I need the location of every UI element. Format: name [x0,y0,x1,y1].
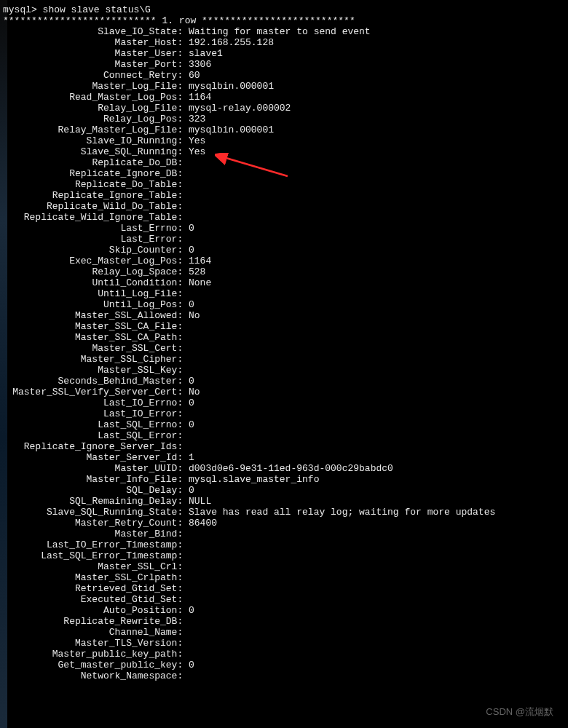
status-row: Relay_Log_File: mysql-relay.000002 [3,103,565,114]
status-value: No [189,310,200,321]
status-row: Until_Condition: None [3,277,565,288]
status-label: Until_Log_File: [3,288,189,299]
status-row: Channel_Name: [3,627,565,638]
status-label: Auto_Position: [3,605,189,616]
status-row: Master_Info_File: mysql.slave_master_inf… [3,474,565,485]
status-value: NULL [189,496,211,507]
status-row: Relay_Log_Space: 528 [3,266,565,277]
status-value: 0 [189,245,194,256]
csdn-watermark: CSDN @流烟默 [486,706,553,717]
status-label: Last_IO_Error: [3,408,189,419]
status-label: Master_SSL_Crl: [3,561,189,572]
status-label: Master_Info_File: [3,474,189,485]
status-value: mysql.slave_master_info [189,474,319,485]
status-label: Master_SSL_Allowed: [3,310,189,321]
status-label: Master_Host: [3,37,189,48]
status-label: SQL_Remaining_Delay: [3,496,189,507]
status-label: Master_Server_Id: [3,452,189,463]
slave-status-output: Slave_IO_State: Waiting for master to se… [3,26,565,681]
status-label: Read_Master_Log_Pos: [3,92,189,103]
status-value: 60 [189,70,200,81]
status-row: Skip_Counter: 0 [3,245,565,256]
status-row: Executed_Gtid_Set: [3,594,565,605]
status-row: Auto_Position: 0 [3,605,565,616]
status-row: Master_SSL_Crl: [3,561,565,572]
status-row: Master_Log_File: mysqlbin.000001 [3,81,565,92]
status-value: mysqlbin.000001 [189,124,274,135]
status-row: Network_Namespace: [3,670,565,681]
status-label: Master_Retry_Count: [3,518,189,529]
status-value: Waiting for master to send event [189,26,371,37]
status-value: 3306 [189,59,211,70]
status-label: Replicate_Wild_Do_Table: [3,201,189,212]
status-row: Relay_Master_Log_File: mysqlbin.000001 [3,124,565,135]
status-label: Last_IO_Errno: [3,397,189,408]
status-label: Exec_Master_Log_Pos: [3,256,189,266]
status-row: Replicate_Ignore_Table: [3,190,565,201]
status-label: Relay_Log_Pos: [3,114,189,124]
status-row: Master_SSL_Verify_Server_Cert: No [3,387,565,397]
status-label: Replicate_Do_DB: [3,157,189,168]
status-value: 1164 [189,256,211,266]
status-label: Master_public_key_path: [3,649,189,660]
status-label: Replicate_Ignore_Server_Ids: [3,441,189,452]
status-row: Master_User: slave1 [3,48,565,59]
status-row: Master_public_key_path: [3,649,565,660]
status-label: Master_TLS_Version: [3,638,189,649]
status-label: Master_User: [3,48,189,59]
status-value: None [189,277,211,288]
status-label: Master_Log_File: [3,81,189,92]
status-label: Master_SSL_Verify_Server_Cert: [3,387,189,397]
status-label: Master_SSL_CA_File: [3,321,189,332]
status-row: Replicate_Rewrite_DB: [3,616,565,627]
status-label: Channel_Name: [3,627,189,638]
status-value: 0 [189,223,194,234]
status-value: 0 [189,605,194,616]
mysql-command: show slave status\G [43,4,151,15]
status-label: Retrieved_Gtid_Set: [3,583,189,594]
status-value: 0 [189,299,194,310]
status-row: Connect_Retry: 60 [3,70,565,81]
status-value: 86400 [189,518,217,529]
status-row: Last_SQL_Error: [3,430,565,441]
status-row: Relay_Log_Pos: 323 [3,114,565,124]
status-value: 1 [189,452,194,463]
status-label: Last_SQL_Error: [3,430,189,441]
status-value: 0 [189,419,194,430]
status-row: Replicate_Ignore_Server_Ids: [3,441,565,452]
status-label: Last_IO_Error_Timestamp: [3,539,189,550]
status-label: Slave_IO_Running: [3,135,189,146]
status-value: 0 [189,376,194,387]
status-label: Last_Error: [3,234,189,245]
status-label: Replicate_Ignore_Table: [3,190,189,201]
status-label: Master_SSL_Cert: [3,343,189,354]
mysql-prompt-line: mysql> show slave status\G [3,4,565,15]
status-value: Yes [189,135,205,146]
status-row: Until_Log_File: [3,288,565,299]
status-row: Slave_SQL_Running_State: Slave has read … [3,507,565,518]
status-label: Relay_Master_Log_File: [3,124,189,135]
status-value: No [189,387,200,397]
status-label: Connect_Retry: [3,70,189,81]
status-row: Until_Log_Pos: 0 [3,299,565,310]
status-value: d003d0e6-9e31-11ed-963d-000c29babdc0 [189,463,393,474]
mysql-prompt[interactable]: mysql> [3,4,43,15]
annotation-arrow-icon [215,153,295,182]
status-row: Exec_Master_Log_Pos: 1164 [3,256,565,266]
status-row: Last_IO_Errno: 0 [3,397,565,408]
status-label: Relay_Log_File: [3,103,189,114]
status-row: Retrieved_Gtid_Set: [3,583,565,594]
status-label: Master_SSL_Key: [3,365,189,376]
status-label: Skip_Counter: [3,245,189,256]
status-row: Master_Server_Id: 1 [3,452,565,463]
status-value: 323 [189,114,205,124]
status-label: Relay_Log_Space: [3,266,189,277]
status-row: Last_SQL_Error_Timestamp: [3,550,565,561]
status-row: Slave_IO_Running: Yes [3,135,565,146]
status-row: Master_Retry_Count: 86400 [3,518,565,529]
status-row: Last_IO_Error_Timestamp: [3,539,565,550]
status-row: Last_IO_Error: [3,408,565,419]
row-separator-header: *************************** 1. row *****… [3,15,565,26]
status-label: Master_SSL_CA_Path: [3,332,189,343]
status-row: Master_UUID: d003d0e6-9e31-11ed-963d-000… [3,463,565,474]
